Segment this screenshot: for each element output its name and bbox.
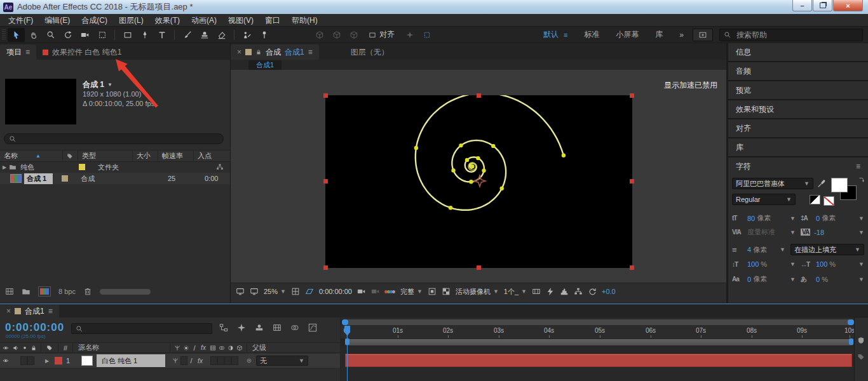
help-search-input[interactable] [735, 30, 839, 40]
draft-3d-icon[interactable] [237, 323, 246, 332]
pan-behind-tool[interactable] [93, 28, 111, 42]
flowchart-icon[interactable] [216, 163, 224, 171]
stroke-mode-select[interactable]: 在描边上填充▼ [790, 244, 864, 255]
scrollbar-right-handle[interactable] [848, 319, 854, 325]
panel-effects-presets[interactable]: 效果和预设 [728, 100, 868, 118]
work-area-end-handle[interactable] [849, 338, 853, 345]
shy-layers-icon[interactable] [255, 323, 264, 332]
tab-layer-viewer[interactable]: 图层（无） [344, 44, 395, 60]
layer-duration-bar[interactable] [345, 354, 852, 367]
clone-stamp-tool[interactable] [196, 28, 213, 42]
zoom-tool[interactable] [42, 28, 59, 42]
panel-info[interactable]: 信息 [728, 43, 868, 61]
new-composition-icon[interactable] [38, 286, 51, 297]
handle-top-right[interactable] [630, 93, 634, 98]
handle-bottom-right[interactable] [630, 265, 634, 270]
frame-blend-toggle[interactable] [210, 356, 217, 365]
panel-menu-icon[interactable]: ≡ [25, 48, 30, 57]
menu-effect[interactable]: 效果(T) [149, 14, 186, 27]
puppet-pin-tool[interactable] [255, 28, 273, 42]
tracking-value[interactable]: -18 [814, 229, 824, 236]
show-channels-icon[interactable] [385, 290, 395, 293]
comp-expand-icon[interactable]: ▼ [107, 80, 112, 90]
grid-guides-icon[interactable] [291, 287, 300, 296]
workspace-library[interactable]: 库 [655, 29, 663, 40]
tsume-value[interactable]: 0 [816, 276, 820, 283]
menu-animation[interactable]: 动画(A) [186, 14, 222, 27]
tab-project[interactable]: 项目 ≡ [0, 44, 36, 60]
character-panel-title[interactable]: 字符 [736, 161, 751, 172]
baseline-shift-value[interactable]: 0 [747, 276, 751, 283]
column-type[interactable]: 类型 [78, 150, 132, 161]
comp-flowchart-icon[interactable] [574, 287, 583, 296]
handle-mid-left[interactable] [323, 179, 328, 184]
eyedropper-icon[interactable] [817, 179, 826, 188]
workspace-menu-icon[interactable]: ≡ [564, 31, 567, 39]
titlebar[interactable]: Ae Adobe After Effects CC 2018 - 无标题项目.a… [0, 0, 868, 14]
layer-quality-icon[interactable] [170, 358, 180, 364]
lock-icon[interactable] [255, 49, 262, 55]
panel-align[interactable]: 对齐 [728, 119, 868, 137]
kerning-value[interactable]: 度量标准 [747, 227, 775, 237]
workspace-standard[interactable]: 标准 [584, 29, 599, 40]
adjustment-toggle[interactable] [224, 356, 231, 365]
motion-blur-icon[interactable] [290, 323, 299, 332]
project-search-input[interactable] [20, 133, 200, 144]
new-folder-icon[interactable] [22, 287, 31, 296]
composition-canvas[interactable] [325, 95, 632, 268]
menu-window[interactable]: 窗口 [259, 14, 286, 27]
column-name[interactable]: 名称 ▲ [0, 150, 62, 161]
resolution-dropdown[interactable]: 完整▼ [400, 287, 423, 297]
column-size[interactable]: 大小 [132, 150, 158, 161]
camera-tool[interactable] [76, 28, 93, 42]
interpret-footage-icon[interactable] [5, 287, 14, 296]
panel-menu-icon[interactable]: ≡ [48, 307, 53, 316]
fill-color-swatch[interactable] [831, 178, 848, 192]
solo-toggle[interactable] [27, 356, 34, 365]
3d-view-dropdown[interactable]: 活动摄像机▼ [456, 287, 499, 297]
column-in[interactable]: 入点 [193, 150, 222, 161]
handle-bottom-left[interactable] [323, 265, 328, 270]
eraser-tool[interactable] [213, 28, 230, 42]
selection-tool[interactable] [8, 28, 25, 42]
workspace-overflow[interactable]: » [679, 30, 684, 39]
collapse-toggle[interactable] [180, 356, 187, 365]
panel-preview[interactable]: 预览 [728, 81, 868, 99]
horizontal-scale-value[interactable]: 100 [816, 260, 827, 268]
menu-view[interactable]: 视图(V) [222, 14, 259, 27]
project-row-solids[interactable]: ▶ 纯色 文件夹 [0, 161, 230, 173]
magnification-dropdown[interactable]: 25%▼ [264, 288, 286, 295]
close-button[interactable]: × [833, 0, 863, 11]
snap-toggle[interactable]: 对齐 [369, 29, 395, 40]
pen-tool[interactable] [136, 28, 153, 42]
mini-flowchart-icon[interactable] [219, 323, 228, 332]
column-fps[interactable]: 帧速率 [158, 150, 193, 161]
fast-previews-icon[interactable] [546, 287, 555, 296]
workspace-settings-button[interactable] [693, 29, 713, 41]
exposure-value[interactable]: +0.0 [602, 288, 616, 295]
bit-depth[interactable]: 8 bpc [58, 288, 76, 295]
primary-viewer-icon[interactable] [250, 287, 259, 296]
minimize-button[interactable]: – [792, 0, 812, 11]
menu-help[interactable]: 帮助(H) [286, 14, 323, 27]
workspace-default[interactable]: 默认 [543, 29, 559, 40]
font-size-value[interactable]: 80 [747, 215, 755, 222]
view-layout-dropdown[interactable]: 1个_▼ [504, 287, 527, 297]
comp-marker-bin-icon[interactable] [857, 337, 865, 344]
panel-library[interactable]: 库 [728, 138, 868, 156]
mask-expansion-icon[interactable] [418, 28, 435, 42]
axis-world-icon[interactable] [328, 28, 345, 42]
rectangle-tool[interactable] [119, 28, 136, 42]
scrollbar-left-handle[interactable] [342, 319, 348, 325]
layer-expand-icon[interactable]: ▶ [39, 358, 55, 364]
vertical-scale-value[interactable]: 100 [747, 260, 759, 268]
layer-fx-icon[interactable]: fx [195, 358, 205, 364]
workspace-small-screen[interactable]: 小屏幕 [616, 29, 639, 40]
axis-view-icon[interactable] [345, 28, 362, 42]
frame-blend-icon[interactable] [273, 323, 281, 332]
font-family-select[interactable]: 阿里巴巴普惠体▼ [732, 178, 813, 189]
parent-column[interactable]: 父级 [250, 343, 266, 352]
close-tab-icon[interactable]: × [6, 307, 11, 316]
type-tool[interactable] [153, 28, 170, 42]
column-label[interactable] [62, 150, 78, 161]
